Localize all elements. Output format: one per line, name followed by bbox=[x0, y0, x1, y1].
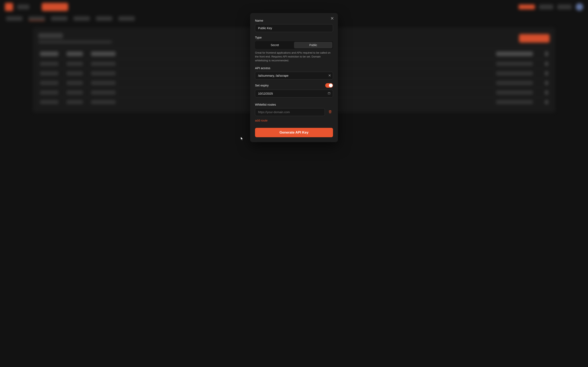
add-route-button[interactable]: add route bbox=[255, 119, 268, 122]
generate-api-key-button[interactable]: Generate API Key bbox=[255, 128, 333, 137]
type-help-text: Great for frontend applications and APIs… bbox=[255, 51, 333, 63]
modal-overlay: Name Type Secret Public Great for fronte… bbox=[0, 0, 588, 367]
whitelist-route-input[interactable] bbox=[255, 108, 325, 116]
type-label: Type bbox=[255, 36, 333, 39]
name-label: Name bbox=[255, 19, 333, 22]
type-option-secret[interactable]: Secret bbox=[256, 42, 294, 48]
type-segmented: Secret Public bbox=[255, 41, 333, 49]
name-input[interactable] bbox=[255, 24, 333, 32]
api-access-input[interactable] bbox=[255, 72, 333, 80]
trash-icon bbox=[329, 110, 332, 114]
type-option-public[interactable]: Public bbox=[294, 42, 332, 48]
toggle-knob bbox=[329, 83, 333, 87]
delete-route-button[interactable] bbox=[327, 109, 333, 115]
api-access-label: API access bbox=[255, 66, 333, 70]
clear-api-access-button[interactable] bbox=[328, 74, 331, 77]
whitelist-route-row bbox=[255, 108, 333, 116]
whitelist-label: Whitelist routes bbox=[255, 103, 333, 106]
close-icon bbox=[330, 17, 334, 21]
expiry-toggle[interactable] bbox=[325, 83, 333, 88]
create-api-key-modal: Name Type Secret Public Great for fronte… bbox=[250, 13, 338, 142]
expiry-label: Set expiry bbox=[255, 83, 269, 87]
close-icon bbox=[328, 74, 331, 77]
close-button[interactable] bbox=[329, 16, 335, 22]
expiry-date-input[interactable] bbox=[255, 90, 333, 98]
